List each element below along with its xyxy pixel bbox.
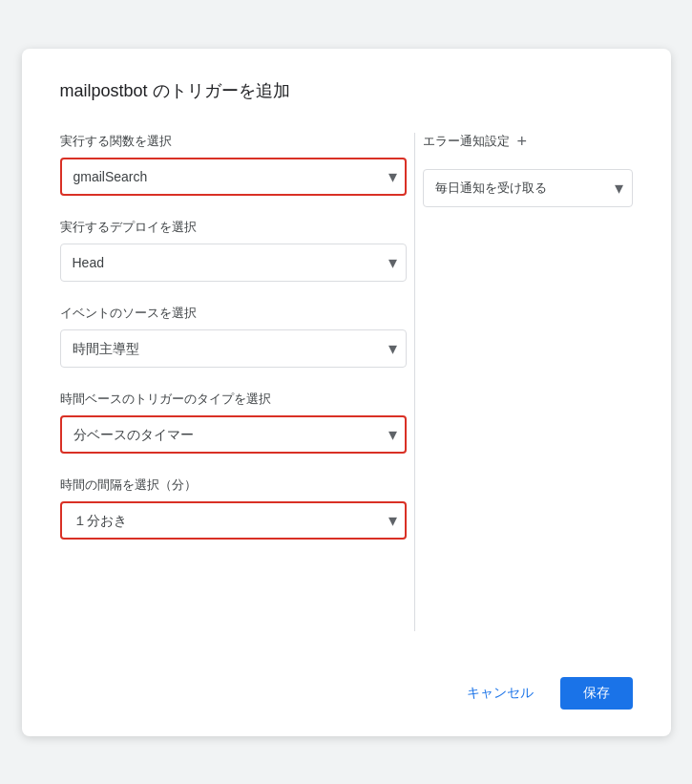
deploy-select[interactable]: Head — [60, 244, 407, 282]
add-notification-button[interactable]: + — [517, 133, 528, 150]
trigger-type-label: 時間ベースのトリガーのタイプを選択 — [60, 391, 407, 408]
function-label: 実行する関数を選択 — [60, 133, 407, 150]
function-select[interactable]: gmailSearch — [60, 158, 407, 196]
notification-select-wrapper: 毎日通知を受け取る ▾ — [423, 169, 633, 207]
interval-group: 時間の間隔を選択（分） １分おき ▾ — [60, 477, 407, 540]
function-select-wrapper: gmailSearch ▾ — [60, 158, 407, 196]
interval-select-wrapper: １分おき ▾ — [60, 501, 407, 540]
trigger-type-select-wrapper: 分ベースのタイマー ▾ — [60, 415, 407, 454]
deploy-select-wrapper: Head ▾ — [60, 244, 407, 282]
dialog-title: mailpostbot のトリガーを追加 — [60, 79, 633, 102]
trigger-type-select[interactable]: 分ベースのタイマー — [60, 415, 407, 454]
event-source-label: イベントのソースを選択 — [60, 305, 407, 322]
event-source-select-wrapper: 時間主導型 ▾ — [60, 329, 407, 368]
dialog: mailpostbot のトリガーを追加 実行する関数を選択 gmailSear… — [22, 49, 671, 736]
event-source-select[interactable]: 時間主導型 — [60, 329, 407, 368]
error-notification-header: エラー通知設定 + — [423, 133, 633, 150]
error-notification-title: エラー通知設定 — [423, 133, 510, 150]
cancel-button[interactable]: キャンセル — [451, 677, 549, 710]
deploy-label: 実行するデプロイを選択 — [60, 219, 407, 236]
interval-label: 時間の間隔を選択（分） — [60, 477, 407, 494]
column-divider — [414, 133, 415, 631]
trigger-type-group: 時間ベースのトリガーのタイプを選択 分ベースのタイマー ▾ — [60, 391, 407, 454]
event-source-group: イベントのソースを選択 時間主導型 ▾ — [60, 305, 407, 368]
dialog-footer: キャンセル 保存 — [60, 662, 633, 710]
function-group: 実行する関数を選択 gmailSearch ▾ — [60, 133, 407, 196]
left-column: 実行する関数を選択 gmailSearch ▾ 実行するデプロイを選択 Head… — [60, 133, 407, 631]
deploy-group: 実行するデプロイを選択 Head ▾ — [60, 219, 407, 282]
interval-select[interactable]: １分おき — [60, 501, 407, 540]
right-column: エラー通知設定 + 毎日通知を受け取る ▾ — [423, 133, 633, 631]
save-button[interactable]: 保存 — [560, 677, 633, 710]
notification-select[interactable]: 毎日通知を受け取る — [423, 169, 633, 207]
